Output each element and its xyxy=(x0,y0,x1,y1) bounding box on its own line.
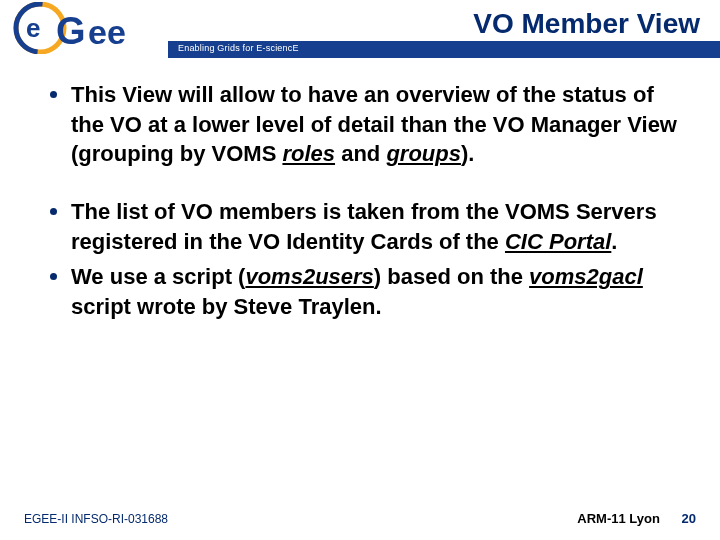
footer-right: ARM-11 Lyon 20 xyxy=(577,511,696,526)
slide-title: VO Member View xyxy=(473,8,700,40)
svg-text:G: G xyxy=(56,10,86,52)
tagline: Enabling Grids for E-sciencE xyxy=(178,43,299,53)
bullet-dot-icon xyxy=(50,91,57,98)
svg-text:ee: ee xyxy=(88,13,126,51)
bullet-text: We use a script (voms2users) based on th… xyxy=(71,262,680,321)
slide-body: This View will allow to have an overview… xyxy=(0,58,720,322)
bullet-dot-icon xyxy=(50,208,57,215)
footer-label: ARM-11 Lyon xyxy=(577,511,660,526)
bullet-item: The list of VO members is taken from the… xyxy=(50,197,680,256)
underlined-term: groups xyxy=(386,141,461,166)
underlined-term: voms2gacl xyxy=(529,264,643,289)
underlined-term: CIC Portal xyxy=(505,229,611,254)
bullet-item: This View will allow to have an overview… xyxy=(50,80,680,169)
bullet-item: We use a script (voms2users) based on th… xyxy=(50,262,680,321)
text-run: script wrote by Steve Traylen. xyxy=(71,294,382,319)
egee-logo: e G ee xyxy=(8,2,163,54)
slide-header: e G ee VO Member View Enabling Grids for… xyxy=(0,0,720,58)
page-number: 20 xyxy=(682,511,696,526)
underlined-term: voms2users xyxy=(245,264,373,289)
text-run: and xyxy=(335,141,386,166)
text-run: ). xyxy=(461,141,474,166)
underlined-term: roles xyxy=(282,141,335,166)
bullet-dot-icon xyxy=(50,273,57,280)
bullet-text: This View will allow to have an overview… xyxy=(71,80,680,169)
text-run: We use a script ( xyxy=(71,264,245,289)
text-run: ) based on the xyxy=(374,264,529,289)
bullet-text: The list of VO members is taken from the… xyxy=(71,197,680,256)
slide-footer: EGEE-II INFSO-RI-031688 ARM-11 Lyon 20 xyxy=(0,511,720,526)
svg-text:e: e xyxy=(26,13,40,43)
text-run: . xyxy=(611,229,617,254)
footer-left: EGEE-II INFSO-RI-031688 xyxy=(24,512,168,526)
